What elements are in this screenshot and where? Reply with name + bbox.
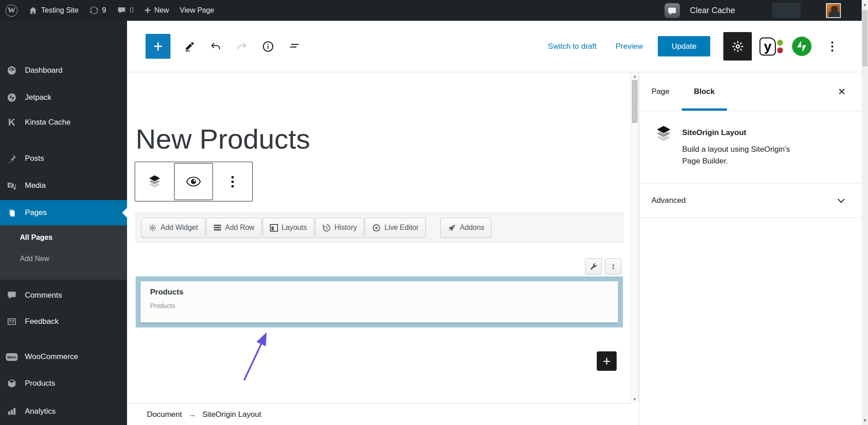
content-scrollbar-thumb[interactable] [632,80,637,123]
preview-toggle-button[interactable] [174,163,213,200]
wordpress-logo-menu[interactable]: W [0,0,23,21]
preview-link[interactable]: Preview [616,42,643,51]
submenu-item-add-new[interactable]: Add New [20,255,49,263]
admin-sidebar: Dashboard Jetpack K Kinsta Cache Posts M… [0,21,127,425]
advanced-label: Advanced [651,196,686,205]
sidebar-item-label: Kinsta Cache [25,118,71,127]
update-button[interactable]: Update [658,36,710,56]
wordpress-logo-icon: W [5,5,18,17]
row-edit-wrench-button[interactable] [585,258,602,275]
updates-menu[interactable]: 9 [84,0,112,21]
kebab-icon [229,173,236,190]
addons-button[interactable]: Addons [440,218,491,238]
sidebar-item-products[interactable]: Products [0,374,127,393]
row-move-button[interactable]: ↕ [605,258,622,275]
settings-sidebar: Page Block × SiteOrigin Layout Build a l… [639,72,862,425]
product-box-icon [6,378,17,389]
tools-pencil-button[interactable] [179,36,200,57]
advanced-section-toggle[interactable]: Advanced [639,183,862,218]
tab-block[interactable]: Block [682,72,727,111]
scroll-up-icon[interactable]: ▲ [862,2,868,7]
list-view-icon [288,40,301,53]
submenu-item-all-pages[interactable]: All Pages [20,234,52,242]
sidebar-item-feedback[interactable]: Feedback [0,312,127,332]
clear-cache-label: Clear Cache [690,6,735,15]
jetpack-icon [792,37,811,56]
view-page-label: View Page [180,6,214,14]
switch-to-draft-link[interactable]: Switch to draft [548,42,597,51]
target-eye-icon [372,224,381,232]
eye-icon [186,176,201,187]
block-type-button[interactable] [135,162,174,201]
woocommerce-icon: Woo [6,351,17,362]
sidebar-item-comments[interactable]: Comments [0,285,127,305]
new-content-menu[interactable]: + New [139,0,175,21]
siteorigin-toolbar: Add Widget Add Row Layouts History [136,213,623,243]
close-settings-button[interactable]: × [838,72,845,111]
comments-icon [6,290,17,301]
breadcrumb-document[interactable]: Document [147,410,182,419]
scroll-down-icon[interactable]: ▼ [631,397,638,402]
info-icon [262,40,274,53]
yoast-seo-button[interactable]: y [760,37,783,56]
site-name-menu[interactable]: Testing Site [23,0,84,21]
browser-scrollbar[interactable]: ▲ ▼ [862,0,868,425]
undo-icon [210,41,222,52]
details-button[interactable] [257,36,279,57]
layout-icon [270,224,278,232]
sidebar-item-label: Posts [25,154,44,163]
avatar[interactable] [826,3,841,18]
breadcrumb-arrow-icon: → [188,410,196,419]
sidebar-item-dashboard[interactable]: Dashboard [0,61,127,80]
content-scrollbar[interactable]: ▲ ▼ [631,72,639,403]
comments-menu[interactable]: 0 [112,0,139,21]
browser-scrollbar-thumb[interactable] [862,10,868,66]
sidebar-item-woocommerce[interactable]: Woo WooCommerce [0,347,127,367]
add-row-label: Add Row [225,224,255,232]
history-button[interactable]: History [315,218,364,238]
block-card-title: SiteOrigin Layout [682,128,746,137]
widget-subtitle: Products [150,302,175,309]
yoast-icon: y [760,37,776,56]
block-inserter-button[interactable]: + [146,34,170,59]
block-appender-button[interactable]: + [597,351,617,371]
pencil-icon [184,41,195,52]
tab-page[interactable]: Page [639,72,682,111]
list-view-button[interactable] [283,36,305,57]
redo-button[interactable] [231,36,253,57]
feedback-form-icon [6,316,17,327]
sidebar-item-pages[interactable]: Pages [0,200,127,225]
jetpack-button[interactable] [792,37,811,56]
breadcrumb-current[interactable]: SiteOrigin Layout [202,410,261,419]
sidebar-item-posts[interactable]: Posts [0,149,127,168]
settings-button[interactable] [723,32,752,61]
siteorigin-layers-icon [655,125,673,143]
post-title[interactable]: New Products [136,123,310,155]
block-toolbar [135,162,253,201]
undo-button[interactable] [205,36,226,57]
selected-layout-block[interactable]: Products Products [136,276,623,327]
sidebar-item-kinsta-cache[interactable]: K Kinsta Cache [0,112,127,132]
updates-count: 9 [102,6,106,14]
sidebar-item-label: Feedback [25,317,59,326]
block-options-button[interactable] [213,162,252,201]
widget-card[interactable]: Products Products [141,281,618,322]
history-clock-icon [322,224,331,232]
clear-cache-menu[interactable]: Clear Cache [665,0,735,21]
pushpin-icon [6,153,17,164]
add-row-button[interactable]: Add Row [206,218,262,238]
live-editor-button[interactable]: Live Editor [365,218,426,238]
view-page-menu[interactable]: View Page [175,0,220,21]
add-widget-button[interactable]: Add Widget [141,218,205,238]
layouts-button[interactable]: Layouts [263,218,314,238]
scroll-down-icon[interactable]: ▼ [862,418,868,423]
redacted-username-area [772,3,801,18]
scroll-up-icon[interactable]: ▲ [631,74,638,79]
sidebar-item-jetpack[interactable]: Jetpack [0,88,127,107]
sidebar-item-media[interactable]: Media [0,176,127,196]
sidebar-item-analytics[interactable]: Analytics [0,402,127,421]
add-widget-label: Add Widget [160,224,198,232]
options-menu-button[interactable] [829,39,836,54]
row-tools: ↕ [585,258,622,275]
plus-icon: + [145,4,151,17]
